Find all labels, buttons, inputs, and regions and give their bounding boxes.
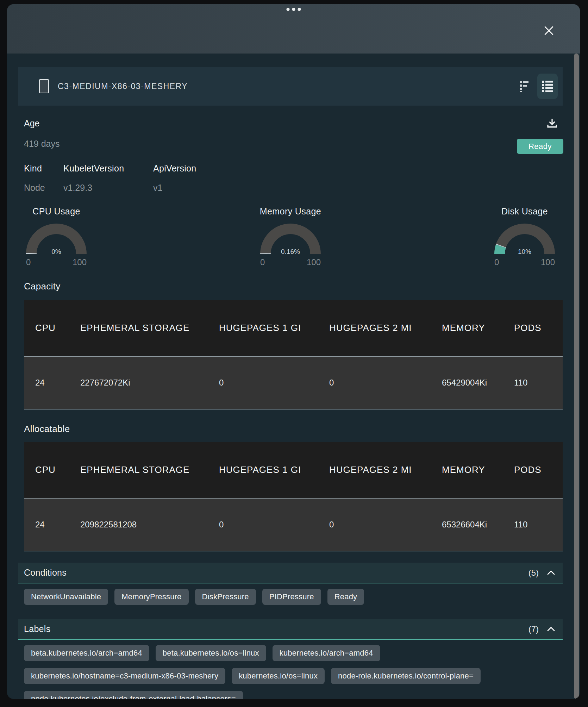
download-icon[interactable] <box>544 115 560 133</box>
select-checkbox[interactable] <box>39 79 49 93</box>
condition-chip[interactable]: MemoryPressure <box>114 589 188 605</box>
labels-chip-list: beta.kubernetes.io/arch=amd64 beta.kuber… <box>24 645 554 699</box>
column-header: CPU <box>24 442 69 498</box>
label-chip[interactable]: beta.kubernetes.io/os=linux <box>156 645 266 661</box>
cell: 24 <box>24 498 69 551</box>
svg-text:10%: 10% <box>518 248 531 255</box>
label-chip[interactable]: node-role.kubernetes.io/control-plane= <box>331 668 481 684</box>
node-title: C3-MEDIUM-X86-03-MESHERY <box>58 82 188 91</box>
capacity-data-row: 24 227672072Ki 0 0 65429004Ki 110 <box>24 356 563 409</box>
label-chip[interactable]: kubernetes.io/os=linux <box>232 668 325 684</box>
memory-gauge-title: Memory Usage <box>256 206 325 217</box>
cell: 209822581208 <box>69 498 208 551</box>
conditions-count: (5) <box>528 568 539 578</box>
cell: 65326604Ki <box>431 498 503 551</box>
page-background: { "window": { "status": "Ready", "icons"… <box>0 0 588 707</box>
condition-chip[interactable]: NetworkUnavailable <box>24 589 108 605</box>
column-header: HUGEPAGES 2 MI <box>318 442 431 498</box>
cell: 24 <box>24 356 69 409</box>
drag-handle-icon[interactable] <box>286 8 301 11</box>
svg-text:0.16%: 0.16% <box>281 248 300 255</box>
allocatable-table: CPU EPHEMERAL STORAGE HUGEPAGES 1 GI HUG… <box>24 442 563 551</box>
view-toggles <box>516 74 558 99</box>
cell: 110 <box>503 356 563 409</box>
node-card-header: C3-MEDIUM-X86-03-MESHERY <box>18 67 563 106</box>
capacity-header-row: CPU EPHEMERAL STORAGE HUGEPAGES 1 GI HUG… <box>24 300 563 356</box>
disk-gauge-range: 0100 <box>494 257 556 267</box>
capacity-title: Capacity <box>24 281 61 292</box>
scrollbar-thumb[interactable] <box>574 54 579 699</box>
label-chip[interactable]: kubernetes.io/hostname=c3-medium-x86-03-… <box>24 668 225 684</box>
column-header: HUGEPAGES 1 GI <box>208 300 318 356</box>
status-badge: Ready <box>517 139 563 154</box>
disk-gauge-title: Disk Usage <box>490 206 559 217</box>
column-header: EPHEMERAL STORAGE <box>69 442 208 498</box>
cell: 65429004Ki <box>431 356 503 409</box>
condition-chip[interactable]: PIDPressure <box>262 589 321 605</box>
labels-title: Labels <box>24 624 50 634</box>
api-version-field: ApiVersion v1 <box>153 163 196 174</box>
cpu-gauge-chart: 0% <box>25 221 88 257</box>
label-chip[interactable]: kubernetes.io/arch=amd64 <box>273 645 380 661</box>
column-header: MEMORY <box>431 442 503 498</box>
cell: 0 <box>208 356 318 409</box>
column-header: EPHEMERAL STORAGE <box>69 300 208 356</box>
memory-usage-gauge: Memory Usage 0.16% 0100 <box>256 206 325 267</box>
allocatable-data-row: 24 209822581208 0 0 65326604Ki 110 <box>24 498 563 551</box>
kubelet-version-value: v1.29.3 <box>63 183 92 193</box>
label-chip[interactable]: beta.kubernetes.io/arch=amd64 <box>24 645 149 661</box>
age-label: Age <box>24 118 39 129</box>
condition-chip[interactable]: Ready <box>327 589 364 605</box>
memory-gauge-chart: 0.16% <box>259 221 322 257</box>
chevron-up-icon[interactable] <box>546 626 556 633</box>
disk-gauge-chart: 10% <box>493 221 556 257</box>
labels-count: (7) <box>528 624 539 634</box>
allocatable-title: Allocatable <box>24 424 70 434</box>
column-header: PODS <box>503 300 563 356</box>
kubelet-version-label: KubeletVersion <box>63 163 124 173</box>
chevron-up-icon[interactable] <box>546 569 556 576</box>
cell: 110 <box>503 498 563 551</box>
cpu-usage-gauge: CPU Usage 0% 0100 <box>22 206 91 267</box>
kubelet-version-field: KubeletVersion v1.29.3 <box>63 163 124 174</box>
cpu-gauge-range: 0100 <box>25 257 87 267</box>
allocatable-header-row: CPU EPHEMERAL STORAGE HUGEPAGES 1 GI HUG… <box>24 442 563 498</box>
labels-section-header[interactable]: Labels (7) <box>18 619 563 640</box>
condition-chip[interactable]: DiskPressure <box>195 589 256 605</box>
cpu-gauge-title: CPU Usage <box>22 206 91 217</box>
cell: 227672072Ki <box>69 356 208 409</box>
kind-value: Node <box>24 183 45 193</box>
memory-gauge-range: 0100 <box>259 257 321 267</box>
list-view-icon[interactable] <box>537 74 558 99</box>
kind-field: Kind Node <box>24 163 42 174</box>
tree-view-icon[interactable] <box>516 77 532 96</box>
capacity-table: CPU EPHEMERAL STORAGE HUGEPAGES 1 GI HUG… <box>24 300 563 409</box>
conditions-section-header[interactable]: Conditions (5) <box>18 563 563 583</box>
disk-usage-gauge: Disk Usage 10% 0100 <box>490 206 559 267</box>
label-chip[interactable]: node.kubernetes.io/exclude-from-external… <box>24 691 243 699</box>
age-value: 419 days <box>24 139 60 149</box>
cell: 0 <box>318 498 431 551</box>
column-header: CPU <box>24 300 69 356</box>
conditions-title: Conditions <box>24 568 67 578</box>
column-header: MEMORY <box>431 300 503 356</box>
column-header: HUGEPAGES 2 MI <box>318 300 431 356</box>
column-header: PODS <box>503 442 563 498</box>
conditions-chip-list: NetworkUnavailable MemoryPressure DiskPr… <box>24 589 554 605</box>
cell: 0 <box>318 356 431 409</box>
kind-label: Kind <box>24 163 42 173</box>
node-details-modal: C3-MEDIUM-X86-03-MESHERY <box>7 4 580 699</box>
svg-text:0%: 0% <box>51 248 61 255</box>
api-version-label: ApiVersion <box>153 163 196 173</box>
modal-titlebar <box>7 4 580 54</box>
cell: 0 <box>208 498 318 551</box>
close-icon[interactable] <box>544 25 556 37</box>
column-header: HUGEPAGES 1 GI <box>208 442 318 498</box>
api-version-value: v1 <box>153 183 162 193</box>
